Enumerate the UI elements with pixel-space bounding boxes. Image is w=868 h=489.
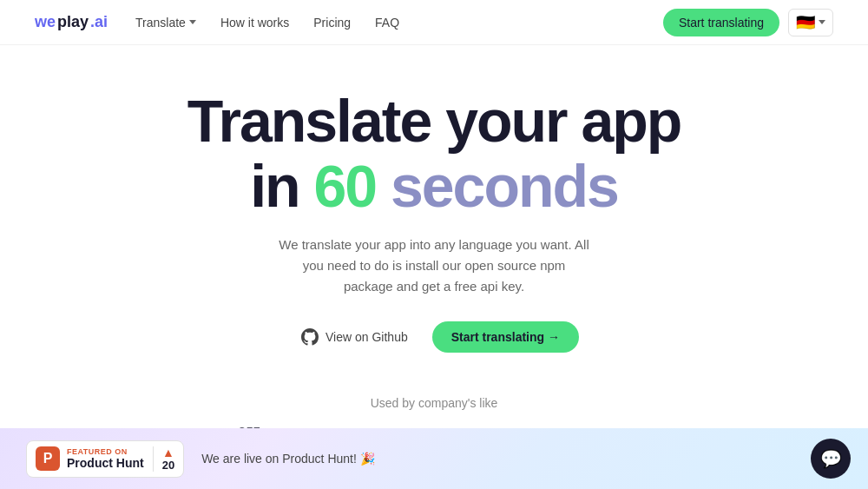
- nav-start-translating-button[interactable]: Start translating: [663, 9, 779, 36]
- hero-buttons: View on Github Start translating →: [289, 321, 579, 353]
- hero-section: Translate your app in 60 seconds We tran…: [0, 45, 868, 379]
- hero-title-line1: Translate your app: [187, 89, 681, 154]
- nav-faq[interactable]: FAQ: [375, 16, 399, 30]
- banner-live-text: We are live on Product Hunt! 🎉: [201, 452, 375, 466]
- product-hunt-score: ▲ 20: [153, 446, 174, 472]
- product-hunt-banner: P Featured on Product Hunt ▲ 20 We are l…: [0, 428, 868, 489]
- nav-how-it-works[interactable]: How it works: [220, 16, 289, 30]
- logo-play: play: [57, 13, 89, 31]
- nav-links: Translate How it works Pricing FAQ: [135, 16, 663, 30]
- chevron-down-icon: [189, 20, 196, 24]
- hero-start-translating-button[interactable]: Start translating →: [432, 321, 579, 353]
- product-hunt-featured-label: Featured on: [67, 447, 144, 456]
- hero-title-line2: in 60 seconds: [250, 154, 618, 219]
- language-selector-button[interactable]: 🇩🇪: [788, 9, 833, 36]
- logo-we: we: [35, 13, 56, 31]
- chat-bubble-button[interactable]: 💬: [811, 439, 851, 479]
- nav-right: Start translating 🇩🇪: [663, 9, 833, 36]
- navigation: weplay.ai Translate How it works Pricing…: [0, 0, 868, 45]
- nav-pricing[interactable]: Pricing: [313, 16, 351, 30]
- github-icon: [301, 328, 319, 346]
- companies-label: Used by company's like: [371, 396, 498, 410]
- chat-icon: 💬: [820, 448, 842, 469]
- product-hunt-text-group: Featured on Product Hunt: [67, 447, 144, 470]
- upvote-count: 20: [162, 459, 174, 472]
- product-hunt-badge[interactable]: P Featured on Product Hunt ▲ 20: [26, 440, 184, 478]
- product-hunt-logo: P: [36, 446, 60, 471]
- product-hunt-name: Product Hunt: [67, 456, 144, 470]
- nav-translate[interactable]: Translate: [135, 16, 196, 30]
- view-on-github-button[interactable]: View on Github: [289, 321, 420, 353]
- language-chevron-icon: [819, 20, 825, 24]
- logo-ai: .ai: [90, 13, 108, 31]
- site-logo[interactable]: weplay.ai: [35, 13, 108, 31]
- upvote-arrow-icon: ▲: [162, 446, 174, 459]
- hero-60: 60: [313, 153, 376, 219]
- hero-subtitle: We translate your app into any language …: [278, 235, 590, 297]
- hero-seconds: seconds: [376, 153, 618, 219]
- flag-icon: 🇩🇪: [796, 13, 815, 32]
